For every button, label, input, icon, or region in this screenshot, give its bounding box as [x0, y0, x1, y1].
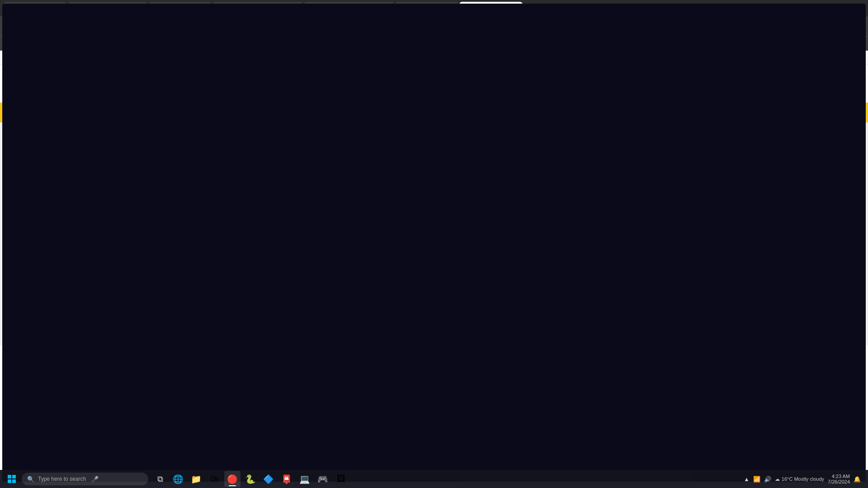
clock-date: 7/26/2024: [828, 479, 850, 484]
network-icon[interactable]: 📶: [753, 476, 760, 483]
taskbar-store[interactable]: 🛍: [206, 471, 222, 487]
git-icon: 📮: [281, 474, 292, 484]
start-button[interactable]: [4, 471, 20, 487]
notification-icon[interactable]: 🔔: [854, 476, 861, 483]
taskbar-search-placeholder: Type here to search: [38, 476, 86, 482]
store-icon: 🛍: [210, 474, 219, 484]
edge-icon: 🌐: [173, 474, 184, 484]
taskbar-search-icon: 🔍: [27, 476, 34, 483]
weather-icon: ☁: [775, 476, 780, 482]
bottom-product-galaxy[interactable]: Chamcham Galaxy S9/S9+ The Camera. Reima…: [579, 290, 850, 346]
tray-up-arrow[interactable]: ▲: [744, 476, 750, 483]
gx-screen-2: [579, 290, 850, 346]
explorer-icon: 📁: [191, 474, 202, 484]
taskbar-game[interactable]: 🎮: [315, 471, 331, 487]
task-view-icon: ⧉: [157, 474, 163, 484]
volume-icon[interactable]: 🔊: [764, 476, 771, 483]
python-icon: 🐍: [245, 474, 256, 484]
taskbar-opera[interactable]: 🔴: [224, 471, 241, 487]
cortana-icon: 🎤: [91, 476, 99, 483]
website-area: Telephone Enquiry:(+254) 710 724 880 Log…: [0, 65, 868, 470]
photoshop-icon: 🖼: [337, 474, 345, 484]
taskbar-git[interactable]: 📮: [278, 471, 295, 487]
clock-time: 4:23 AM: [828, 474, 850, 479]
vscode-icon: 🔷: [263, 474, 274, 484]
taskbar-search[interactable]: 🔍 Type here to search 🎤: [22, 473, 148, 485]
taskbar-vscode[interactable]: 🔷: [260, 471, 277, 487]
galaxy-visual: [788, 295, 843, 340]
taskbar-terminal[interactable]: 💻: [297, 471, 313, 487]
galaxy-phone-black: [812, 297, 835, 338]
taskbar-system-tray: ▲ 📶 🔊 ☁ 16°C Mostly cloudy 4:23 AM 7/26/…: [740, 474, 864, 484]
game-icon: 🎮: [317, 474, 328, 484]
taskbar-edge[interactable]: 🌐: [170, 471, 186, 487]
system-clock[interactable]: 4:23 AM 7/26/2024: [828, 474, 850, 484]
taskbar-task-view[interactable]: ⧉: [152, 471, 168, 487]
taskbar-photoshop[interactable]: 🖼: [333, 471, 349, 487]
weather-text: 16°C Mostly cloudy: [782, 476, 824, 482]
taskbar-app-icons: ⧉ 🌐 📁 🛍 🔴 🐍 🔷 📮 💻 🎮 🖼: [152, 471, 349, 487]
taskbar-explorer[interactable]: 📁: [188, 471, 204, 487]
windows-logo: [8, 475, 16, 483]
terminal-icon: 💻: [299, 474, 310, 484]
opera-taskbar-icon: 🔴: [227, 474, 238, 484]
weather-display[interactable]: ☁ 16°C Mostly cloudy: [775, 476, 824, 482]
taskbar-python[interactable]: 🐍: [242, 471, 259, 487]
taskbar: 🔍 Type here to search 🎤 ⧉ 🌐 📁 🛍 🔴 🐍 🔷 📮: [0, 470, 868, 488]
bottom-products-row: DJI Inspire Drone Gamepad Dbox Featured …: [0, 285, 868, 346]
